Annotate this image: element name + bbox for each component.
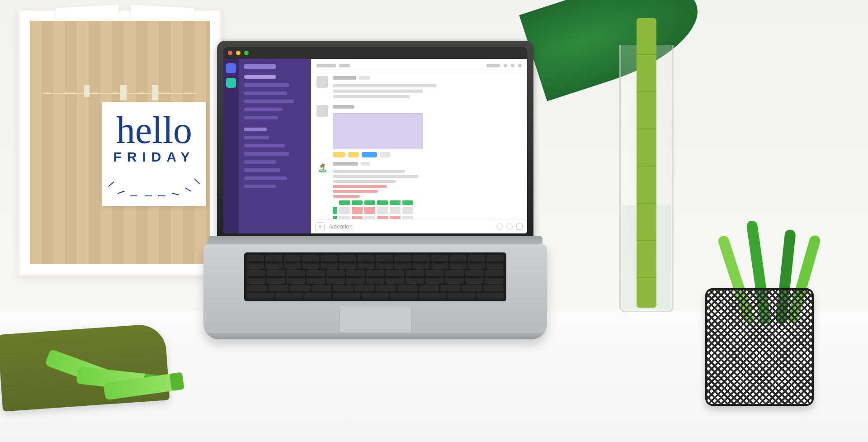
emoji-icon[interactable] xyxy=(496,223,503,230)
laptop-keyboard xyxy=(244,252,506,301)
avatar[interactable]: 🏝️ xyxy=(316,162,328,174)
titlebar xyxy=(223,47,527,59)
calendar-cell xyxy=(390,207,401,214)
message xyxy=(316,105,522,157)
channel-name[interactable] xyxy=(339,64,350,67)
reaction[interactable] xyxy=(380,152,391,157)
calendar-cell xyxy=(377,207,388,214)
sidebar-item[interactable] xyxy=(244,160,276,164)
calendar-cell xyxy=(377,216,388,219)
avatar[interactable] xyxy=(316,105,328,117)
attachment-preview[interactable] xyxy=(333,113,423,149)
calendar-cell xyxy=(364,207,375,214)
close-icon[interactable] xyxy=(228,51,232,55)
sidebar-item[interactable] xyxy=(244,144,285,147)
sidebar-item[interactable] xyxy=(244,152,289,156)
reaction[interactable] xyxy=(333,152,345,157)
header-action-icon[interactable] xyxy=(518,64,522,67)
sidebar-item[interactable] xyxy=(244,83,289,87)
message-composer: + /vacation xyxy=(311,219,527,233)
vacation-calendar xyxy=(333,200,522,219)
calendar-cell xyxy=(364,216,375,219)
app-window: 🏝️ + /vacation xyxy=(223,47,527,233)
workspace-item[interactable] xyxy=(226,63,236,73)
message-list[interactable]: 🏝️ xyxy=(311,72,527,219)
calendar-cell xyxy=(339,207,350,214)
composer-input[interactable]: /vacation xyxy=(329,223,492,230)
laptop-base xyxy=(203,244,547,339)
sidebar-item[interactable] xyxy=(244,75,276,79)
laptop-lid: 🏝️ + /vacation xyxy=(217,41,533,240)
avatar[interactable] xyxy=(316,76,328,88)
workspace-item[interactable] xyxy=(226,78,236,88)
calendar-cell xyxy=(402,207,413,214)
calendar-cell xyxy=(402,216,413,219)
laptop-trackpad xyxy=(339,305,411,333)
header-action-icon[interactable] xyxy=(504,64,507,67)
sidebar xyxy=(239,59,311,233)
decor-board: hello FRIDAY xyxy=(18,9,222,276)
minimize-icon[interactable] xyxy=(236,51,241,55)
main-pane: 🏝️ + /vacation xyxy=(311,59,527,233)
zoom-icon[interactable] xyxy=(244,51,249,55)
note-friday: FRIDAY xyxy=(107,149,202,165)
header-action-icon[interactable] xyxy=(511,64,514,67)
laptop: 🏝️ + /vacation xyxy=(208,41,542,348)
decor-pencup xyxy=(705,288,814,406)
note-hello: hello xyxy=(107,113,202,147)
send-icon[interactable] xyxy=(516,223,523,230)
mention-icon[interactable] xyxy=(506,223,513,230)
calendar-cell xyxy=(390,216,401,219)
sidebar-item[interactable] xyxy=(244,91,287,95)
attach-button[interactable]: + xyxy=(316,222,325,231)
search-icon[interactable] xyxy=(486,64,500,67)
calendar-cell xyxy=(352,216,363,219)
workspace-switcher xyxy=(223,59,239,233)
calendar-cell xyxy=(352,207,363,214)
message: 🏝️ xyxy=(316,162,522,219)
channel-name[interactable] xyxy=(316,64,336,67)
channel-header xyxy=(311,59,527,72)
sidebar-item[interactable] xyxy=(244,185,276,188)
reaction[interactable] xyxy=(362,152,377,157)
calendar-cell xyxy=(339,216,350,219)
sidebar-item[interactable] xyxy=(244,116,278,119)
sidebar-item[interactable] xyxy=(244,168,280,172)
reaction[interactable] xyxy=(348,152,359,157)
hello-friday-note: hello FRIDAY xyxy=(102,102,206,206)
sidebar-item[interactable] xyxy=(244,176,287,180)
sidebar-item[interactable] xyxy=(244,136,269,139)
sidebar-item[interactable] xyxy=(244,100,294,103)
message xyxy=(316,76,522,100)
decor-bamboo xyxy=(637,18,656,308)
sidebar-item[interactable] xyxy=(244,108,283,111)
